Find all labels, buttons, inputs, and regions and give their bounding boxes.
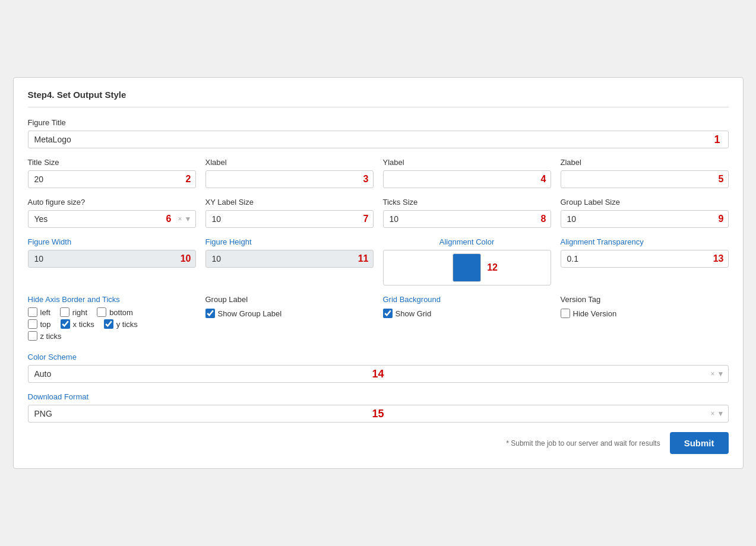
hide-axis-row2: top x ticks y ticks <box>28 319 196 329</box>
cb-bottom-item[interactable]: bottom <box>97 307 133 317</box>
download-format-section: Download Format × ▼ 15 <box>28 392 729 423</box>
figure-height-input-wrapper: 11 <box>205 250 374 268</box>
row-sizes: Auto figure size? × ▼ 6 XY Label Size 7 … <box>28 198 729 228</box>
alignment-color-label: Alignment Color <box>439 237 495 246</box>
title-size-label: Title Size <box>28 158 196 167</box>
step-title: Step4. Set Output Style <box>28 90 126 100</box>
auto-figure-size-input[interactable] <box>29 211 178 227</box>
cb-bottom-label: bottom <box>109 308 133 317</box>
show-group-label-cb[interactable] <box>205 309 215 318</box>
hide-version-text: Hide Version <box>573 309 617 318</box>
cb-xticks[interactable] <box>61 319 70 329</box>
alignment-color-container: 12 <box>383 250 551 285</box>
alignment-color-col: Alignment Color 12 <box>383 237 551 285</box>
cb-yticks-item[interactable]: y ticks <box>104 319 138 329</box>
ticks-size-col: Ticks Size 8 <box>383 198 551 228</box>
cb-right[interactable] <box>60 307 69 317</box>
auto-figure-size-actions: × ▼ <box>178 215 195 223</box>
hide-axis-row3: z ticks <box>28 331 196 341</box>
cb-top[interactable] <box>28 319 37 329</box>
color-scheme-actions: × ▼ <box>711 370 728 378</box>
submit-note: * Submit the job to our server and wait … <box>506 439 660 447</box>
figure-width-label: Figure Width <box>28 237 196 246</box>
zlabel-input-wrapper: 5 <box>561 170 729 188</box>
cb-right-label: right <box>72 308 87 317</box>
dropdown-auto-icon[interactable]: ▼ <box>185 215 192 223</box>
figure-title-input-wrapper: 1 <box>28 131 729 148</box>
color-scheme-section: Color Scheme × ▼ 14 <box>28 353 729 383</box>
figure-width-col: Figure Width 10 <box>28 237 196 285</box>
figure-height-label: Figure Height <box>205 237 374 246</box>
clear-color-scheme-icon[interactable]: × <box>711 370 715 378</box>
alignment-color-swatch[interactable] <box>453 253 481 282</box>
dropdown-color-scheme-icon[interactable]: ▼ <box>717 370 725 378</box>
color-scheme-input[interactable] <box>29 366 711 382</box>
cb-top-label: top <box>40 320 51 329</box>
download-format-input[interactable] <box>29 405 711 422</box>
cb-xticks-item[interactable]: x ticks <box>61 319 94 329</box>
title-size-input[interactable] <box>28 170 196 188</box>
cb-zticks-label: z ticks <box>40 332 62 341</box>
figure-height-col: Figure Height 11 <box>205 237 374 285</box>
xy-label-size-col: XY Label Size 7 <box>205 198 374 228</box>
cb-top-item[interactable]: top <box>28 319 51 329</box>
auto-figure-size-select-wrapper: × ▼ 6 <box>28 210 196 228</box>
cb-bottom[interactable] <box>97 307 106 317</box>
cb-left[interactable] <box>28 307 37 317</box>
hide-version-item[interactable]: Hide Version <box>561 309 729 318</box>
ylabel-label: Ylabel <box>383 158 551 167</box>
xy-label-size-input[interactable] <box>205 210 374 228</box>
ylabel-input[interactable] <box>383 170 551 188</box>
step-header: Step4. Set Output Style <box>28 90 729 107</box>
alignment-transparency-label: Alignment Transparency <box>561 237 729 246</box>
alignment-transparency-input[interactable] <box>561 250 729 268</box>
xlabel-input[interactable] <box>205 170 374 188</box>
cb-zticks-item[interactable]: z ticks <box>28 331 62 341</box>
row-fig-dims: Figure Width 10 Figure Height 11 Alignme… <box>28 237 729 285</box>
ticks-size-input[interactable] <box>383 210 551 228</box>
show-group-label-text: Show Group Label <box>218 309 282 318</box>
cb-yticks[interactable] <box>104 319 113 329</box>
alignment-color-number: 12 <box>487 262 498 273</box>
zlabel-label: Zlabel <box>561 158 729 167</box>
xlabel-label: Xlabel <box>205 158 374 167</box>
clear-auto-icon[interactable]: × <box>178 215 182 223</box>
title-size-input-wrapper: 2 <box>28 170 196 188</box>
auto-figure-size-col: Auto figure size? × ▼ 6 <box>28 198 196 228</box>
figure-width-input[interactable] <box>28 250 196 268</box>
row-checkboxes: Hide Axis Border and Ticks left right bo… <box>28 295 729 343</box>
download-format-select-wrapper: × ▼ 15 <box>28 405 729 423</box>
cb-right-item[interactable]: right <box>60 307 87 317</box>
show-grid-text: Show Grid <box>396 309 432 318</box>
cb-left-label: left <box>40 308 50 317</box>
show-group-label-item[interactable]: Show Group Label <box>205 309 374 318</box>
figure-title-label: Figure Title <box>28 118 729 127</box>
alignment-transparency-col: Alignment Transparency 13 <box>561 237 729 285</box>
cb-zticks[interactable] <box>28 331 37 341</box>
xy-label-size-input-wrapper: 7 <box>205 210 374 228</box>
clear-download-format-icon[interactable]: × <box>711 410 715 418</box>
version-tag-col: Version Tag Hide Version <box>561 295 729 318</box>
show-grid-cb[interactable] <box>383 309 393 318</box>
xlabel-input-wrapper: 3 <box>205 170 374 188</box>
download-format-actions: × ▼ <box>711 410 728 418</box>
show-grid-item[interactable]: Show Grid <box>383 309 551 318</box>
group-label-size-input[interactable] <box>561 210 729 228</box>
xlabel-col: Xlabel 3 <box>205 158 374 188</box>
dropdown-download-format-icon[interactable]: ▼ <box>717 410 725 418</box>
zlabel-input[interactable] <box>561 170 729 188</box>
auto-figure-size-label: Auto figure size? <box>28 198 196 207</box>
download-format-wrapper: × ▼ 15 <box>28 405 729 423</box>
group-label-heading: Group Label <box>205 295 374 304</box>
cb-left-item[interactable]: left <box>28 307 50 317</box>
figure-title-input[interactable] <box>28 131 729 148</box>
xy-label-size-label: XY Label Size <box>205 198 374 207</box>
submit-button[interactable]: Submit <box>670 432 729 454</box>
hide-axis-col: Hide Axis Border and Ticks left right bo… <box>28 295 196 343</box>
cb-yticks-label: y ticks <box>116 320 138 329</box>
hide-axis-checkboxes: left right bottom top <box>28 307 196 341</box>
hide-version-cb[interactable] <box>561 309 570 318</box>
group-label-size-col: Group Label Size 9 <box>561 198 729 228</box>
version-tag-checkbox-row: Hide Version <box>561 309 729 318</box>
figure-height-input[interactable] <box>205 250 374 268</box>
